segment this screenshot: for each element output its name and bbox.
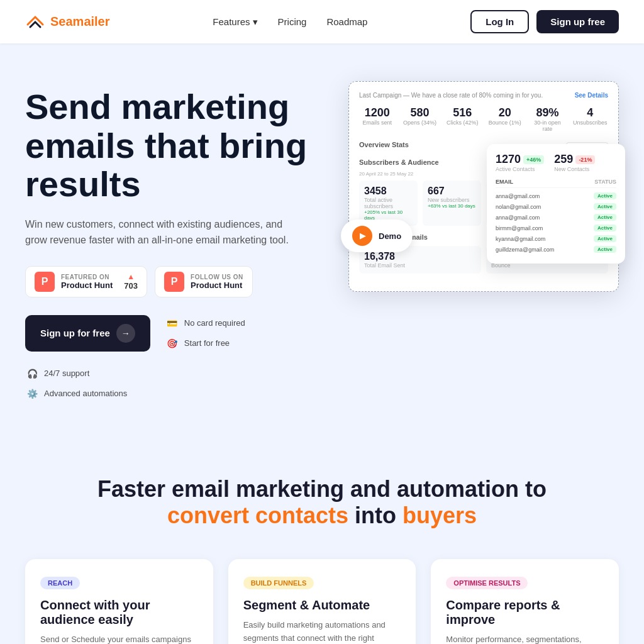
- logo[interactable]: Seamailer: [25, 12, 110, 32]
- card-icon: 💳: [165, 316, 179, 330]
- hero-signup-button[interactable]: Sign up for free →: [25, 315, 150, 352]
- ph-follow-label: FOLLOW US ON: [191, 274, 243, 280]
- feat-start-free: 🎯 Start for free: [165, 336, 245, 350]
- optimise-desc: Monitor performance, segmentations, funn…: [446, 633, 604, 644]
- reach-title: Connect with your audience easily: [40, 598, 198, 627]
- stat-unsub: 4 Unsubscribes: [572, 106, 608, 132]
- reach-tag: REACH: [40, 577, 80, 589]
- last-campaign-label: Last Campaign — We have a close rate of …: [359, 92, 543, 99]
- support-icon: 🎧: [25, 367, 39, 380]
- dashboard-stats-row: 1200 Emails sent 580 Opens (34%) 516 Cli…: [359, 106, 608, 132]
- table-row: birmm@gmail.com Active: [496, 223, 616, 233]
- contact-table-header: EMAIL STATUS: [496, 179, 616, 188]
- hero-subtitle: Win new customers, connect with existing…: [25, 216, 289, 248]
- feat-no-card: 💳 No card required: [165, 316, 245, 330]
- table-row: anna@gmail.com Active: [496, 212, 616, 223]
- hero-features: 💳 No card required 🎯 Start for free: [165, 316, 245, 350]
- nav-links: Features ▾ Pricing Roadmap: [213, 16, 367, 28]
- nav-pricing[interactable]: Pricing: [278, 16, 307, 27]
- navbar: Seamailer Features ▾ Pricing Roadmap Log…: [0, 0, 644, 43]
- active-contacts-badge: +46%: [523, 155, 544, 164]
- hero-section: Send marketing emails that bring results…: [0, 43, 644, 426]
- optimise-tag: OPTIMISE RESULTS: [446, 577, 528, 589]
- features-section: Faster email marketing and automation to…: [0, 426, 644, 644]
- hero-ctas: Sign up for free → 💳 No card required 🎯 …: [25, 315, 309, 401]
- optimise-title: Compare reports & improve: [446, 598, 604, 627]
- feature-card-optimise: OPTIMISE RESULTS Compare reports & impro…: [431, 559, 619, 644]
- nav-roadmap[interactable]: Roadmap: [326, 16, 367, 27]
- stat-opens: 580 Opens (34%): [402, 106, 438, 132]
- features-title: Faster email marketing and automation to…: [25, 476, 619, 529]
- ph-featured-name: Product Hunt: [61, 280, 113, 290]
- signup-button[interactable]: Sign up free: [536, 10, 619, 33]
- overview-label: Overview Stats: [359, 141, 409, 148]
- chevron-down-icon: ▾: [253, 16, 258, 28]
- status-badge: Active: [594, 225, 616, 231]
- demo-button[interactable]: ▶ Demo: [341, 219, 413, 252]
- funnels-title: Segment & Automate: [243, 598, 401, 613]
- automations-icon: ⚙️: [25, 387, 39, 401]
- feat-automations: ⚙️ Advanced automations: [25, 387, 127, 401]
- stat-open-rate: 89% 30-in open rate: [530, 106, 566, 132]
- hero-title: Send marketing emails that bring results: [25, 87, 309, 204]
- stat-bounce: 20 Bounce (1%): [487, 106, 523, 132]
- funnels-tag: BUILD FUNNELS: [243, 577, 314, 589]
- status-badge: Active: [594, 203, 616, 210]
- free-icon: 🎯: [165, 336, 179, 350]
- nav-actions: Log In Sign up free: [470, 10, 619, 33]
- logo-icon: [25, 12, 45, 32]
- new-subs: 667 New subscribers +63% vs last 30 days: [423, 180, 481, 226]
- status-badge: Active: [594, 214, 616, 221]
- see-details-link[interactable]: See Details: [575, 92, 608, 99]
- login-button[interactable]: Log In: [470, 10, 529, 33]
- table-row: kyanna@gmail.com Active: [496, 233, 616, 244]
- ph-featured-label: FEATURED ON: [61, 274, 113, 280]
- stat-sent: 1200 Emails sent: [359, 106, 396, 132]
- upvote-arrow-icon: ▲: [127, 272, 135, 281]
- status-badge: Active: [594, 192, 616, 199]
- table-row: nolan@gmail.com Active: [496, 201, 616, 212]
- reach-desc: Send or Schedule your emails campaigns a…: [40, 633, 198, 644]
- ph-featured-badge[interactable]: P FEATURED ON Product Hunt ▲ 703: [25, 266, 147, 297]
- product-hunt-badges: P FEATURED ON Product Hunt ▲ 703 P FOLLO…: [25, 266, 309, 297]
- new-contacts-badge: -21%: [575, 155, 595, 164]
- hero-left: Send marketing emails that bring results…: [25, 81, 309, 401]
- feat-support: 🎧 24/7 support: [25, 367, 127, 380]
- arrow-right-icon: →: [116, 324, 135, 343]
- status-badge: Active: [594, 235, 616, 242]
- status-badge: Active: [594, 246, 616, 253]
- active-contacts-stat: 1270 +46% Active Contacts: [496, 153, 544, 172]
- feature-card-reach: REACH Connect with your audience easily …: [25, 559, 213, 644]
- new-contacts-stat: 259 -21% New Contacts: [554, 153, 595, 172]
- contact-card: 1270 +46% Active Contacts 259 -21% New C…: [487, 144, 625, 264]
- ph-follow-badge[interactable]: P FOLLOW US ON Product Hunt: [155, 266, 253, 297]
- nav-features[interactable]: Features ▾: [213, 16, 257, 28]
- feature-card-funnels: BUILD FUNNELS Segment & Automate Easily …: [228, 559, 416, 644]
- ph-logo-featured: P: [35, 272, 55, 292]
- features-grid: REACH Connect with your audience easily …: [25, 559, 619, 644]
- hero-features-2: 🎧 24/7 support ⚙️ Advanced automations: [25, 367, 127, 401]
- play-icon: ▶: [352, 226, 372, 246]
- ph-logo-follow: P: [164, 272, 184, 292]
- hero-right: Last Campaign — We have a close rate of …: [335, 81, 619, 345]
- funnels-desc: Easily build marketing automations and s…: [243, 619, 401, 644]
- stat-clicks: 516 Clicks (42%): [444, 106, 480, 132]
- logo-text: Seamailer: [50, 14, 110, 29]
- ph-count: 703: [124, 281, 138, 291]
- table-row: anna@gmail.com Active: [496, 191, 616, 201]
- ph-follow-name: Product Hunt: [191, 280, 243, 290]
- table-row: guilldzema@gmail.com Active: [496, 244, 616, 255]
